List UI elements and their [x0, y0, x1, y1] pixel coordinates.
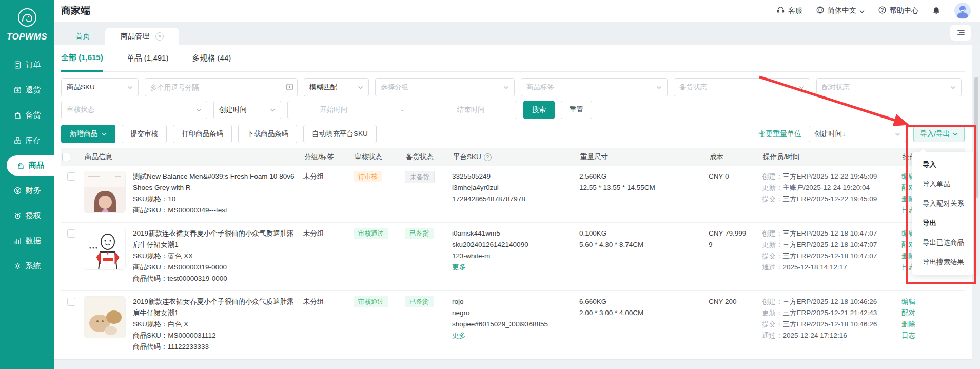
chevron-down-icon	[127, 86, 133, 89]
dropdown-item[interactable]: 导入配对关系	[912, 194, 973, 213]
menu-list-icon[interactable]	[950, 25, 971, 41]
change-weight-unit-link[interactable]: 变更重量单位	[758, 129, 801, 139]
row-action-编辑[interactable]: 编辑	[901, 296, 965, 307]
chevron-down-icon	[799, 86, 805, 89]
group-label: 未分组	[303, 171, 354, 216]
table-body: 测試New Balance Men&#039;s Fresh Foam 10 8…	[61, 166, 965, 359]
stock-status-badge: 已备货	[405, 228, 434, 239]
topwms-logo: TOPWMS	[0, 0, 54, 42]
cost-cell: CNY 200	[709, 296, 762, 353]
search-button[interactable]: 搜索	[523, 101, 555, 119]
column-header: 成本	[709, 152, 762, 162]
filter-row-1: 商品SKU 模糊匹配 选择分组 商品标签 备货状态	[61, 78, 965, 96]
reset-button[interactable]: 重置	[561, 101, 592, 119]
inventory-icon	[13, 136, 22, 145]
dropdown-item[interactable]: 导出已选商品	[912, 233, 973, 253]
content-card: 全部 (1,615)单品 (1,491)多规格 (44) 商品SKU 模糊匹配 …	[54, 45, 972, 360]
date-range-picker[interactable]: 开始时间 - 结束时间	[287, 101, 517, 119]
chevron-down-icon	[895, 132, 900, 136]
sidebar-item-finance[interactable]: 财务	[0, 180, 54, 201]
sidebar-item-returns[interactable]: 退货	[0, 80, 54, 100]
count-tab-0[interactable]: 全部 (1,615)	[61, 46, 103, 72]
sidebar-item-authorization[interactable]: 授权	[0, 205, 54, 226]
sidebar-item-label: 财务	[26, 186, 41, 196]
time-type-select[interactable]: 创建时间	[213, 101, 281, 119]
audit-status-badge: 审核通过	[354, 228, 388, 239]
sidebar-item-data[interactable]: 数据	[0, 230, 54, 251]
operator-time-cell: 创建：三方ERP/2025-12-18 10:47:07更新：三方ERP/202…	[762, 228, 901, 284]
count-tab-2[interactable]: 多规格 (44)	[192, 45, 231, 71]
row-checkbox[interactable]	[67, 229, 75, 238]
product-image	[84, 171, 126, 213]
row-checkbox[interactable]	[67, 172, 75, 181]
download-barcode-button[interactable]: 下载商品条码	[238, 125, 297, 143]
group-select[interactable]: 选择分组	[375, 78, 515, 96]
table-row: 2019新款连衣裙女春夏小个子很仙的小众气质遮肚露肩牛仔裙女潮1SKU规格：白色…	[61, 291, 965, 359]
row-action-配对[interactable]: 配对	[901, 307, 965, 319]
more-link[interactable]: 更多	[452, 330, 466, 341]
operator-time-cell: 创建：三方ERP/2025-12-18 10:46:26更新：三方ERP/202…	[762, 296, 901, 353]
system-icon	[13, 262, 22, 270]
select-all-checkbox[interactable]	[62, 153, 70, 161]
sort-select[interactable]: 创建时间↓	[809, 126, 906, 142]
help-center-button[interactable]: 帮助中心	[878, 6, 918, 16]
info-question-icon[interactable]: ?	[484, 153, 492, 161]
pair-status-select[interactable]: 配对状态	[816, 78, 962, 96]
product-field: 商品代码：test00000319-0000	[133, 273, 296, 284]
dropdown-group-title[interactable]: 导入	[912, 155, 973, 174]
cost-cell: CNY 79.9999	[709, 228, 762, 284]
topbar: 商家端 客服 简体中文	[54, 0, 980, 22]
notifications-bell-icon[interactable]	[932, 6, 941, 15]
sku-search-input[interactable]	[145, 78, 298, 96]
column-header: 审核状态	[354, 152, 405, 162]
sku-type-select[interactable]: 商品SKU	[61, 78, 139, 96]
dropdown-group-title[interactable]: 导出	[912, 213, 973, 233]
language-select[interactable]: 简体中文	[816, 6, 865, 16]
stock-status-badge: 已备货	[405, 296, 434, 307]
sidebar-item-inventory[interactable]: 库存	[0, 130, 54, 150]
chevron-down-icon	[656, 86, 662, 89]
product-title: 测試New Balance Men&#039;s Fresh Foam 10 8…	[133, 171, 296, 193]
vertical-scrollbar[interactable]	[974, 77, 978, 198]
row-action-删除[interactable]: 删除	[901, 319, 965, 330]
sidebar-item-system[interactable]: 系统	[0, 256, 54, 276]
chevron-down-icon	[503, 86, 509, 89]
more-link[interactable]: 更多	[452, 262, 466, 273]
audit-status-badge: 待审核	[354, 171, 382, 182]
customer-service-button[interactable]: 客服	[776, 6, 802, 16]
sidebar-item-stocking[interactable]: 备货	[0, 105, 54, 125]
chevron-down-icon	[196, 108, 202, 112]
autofill-platform-sku-button[interactable]: 自动填充平台SKU	[303, 125, 377, 143]
tab-product-management[interactable]: 商品管理 ✕	[105, 28, 179, 45]
import-export-button[interactable]: 导入/导出	[913, 126, 965, 142]
column-header: 操作员/时间	[762, 152, 901, 162]
submit-audit-button[interactable]: 提交审核	[122, 125, 167, 143]
tag-select[interactable]: 商品标签	[521, 78, 668, 96]
audit-status-select[interactable]: 审核状态	[61, 101, 207, 119]
audit-status-badge: 审核通过	[354, 296, 388, 307]
add-product-button[interactable]: 新增商品	[61, 125, 115, 143]
group-label: 未分组	[303, 228, 354, 284]
expand-input-icon[interactable]	[286, 83, 293, 93]
stock-status-select[interactable]: 备货状态	[674, 78, 810, 96]
column-header: 分组/标签	[303, 152, 354, 162]
row-checkbox[interactable]	[67, 298, 75, 306]
group-label: 未分组	[303, 296, 354, 353]
tabbar: 首页 商品管理 ✕	[54, 22, 980, 45]
dropdown-item[interactable]: 导出搜索结果	[912, 253, 973, 272]
print-barcode-button[interactable]: 打印商品条码	[173, 125, 232, 143]
user-avatar[interactable]	[954, 3, 971, 19]
count-tab-1[interactable]: 单品 (1,491)	[127, 45, 169, 71]
sidebar-item-orders[interactable]: 订单	[0, 54, 54, 75]
product-field: 商品SKU：MS00000319-0000	[133, 262, 296, 273]
orders-icon	[13, 61, 22, 69]
match-mode-select[interactable]: 模糊匹配	[304, 78, 369, 96]
globe-icon	[816, 6, 825, 16]
dropdown-item[interactable]: 导入单品	[912, 174, 973, 194]
close-icon[interactable]: ✕	[155, 32, 164, 41]
row-action-日志[interactable]: 日志	[901, 330, 965, 341]
sidebar-item-products[interactable]: 商品	[7, 155, 54, 176]
product-field: SKU规格：10	[133, 193, 296, 205]
tab-home[interactable]: 首页	[60, 28, 105, 45]
column-header: 商品信息	[84, 152, 303, 162]
